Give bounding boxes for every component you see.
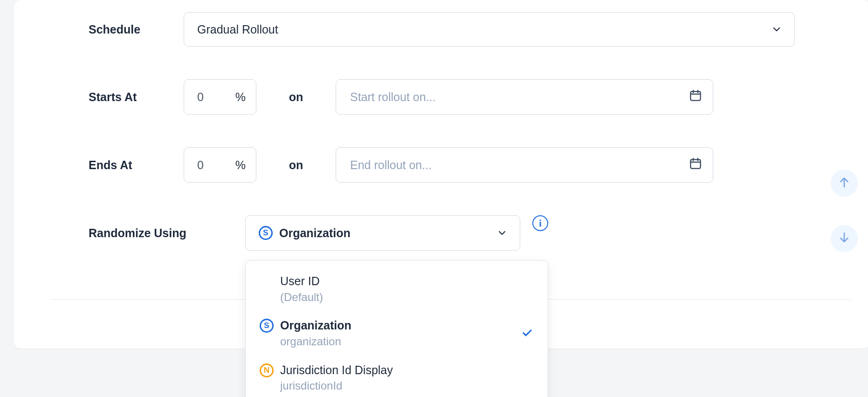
- percent-sign: %: [235, 90, 246, 104]
- dropdown-option-organization[interactable]: S Organization organization: [246, 311, 548, 356]
- dropdown-option-jurisdiction[interactable]: N Jurisdiction Id Display jurisdictionId: [246, 356, 548, 397]
- ends-at-row: Ends At 0 % on End rollout on...: [89, 147, 795, 183]
- percent-sign: %: [235, 158, 246, 172]
- dropdown-option-sub: organization: [280, 334, 521, 349]
- schedule-label: Schedule: [89, 23, 184, 36]
- ends-at-label: Ends At: [89, 158, 184, 172]
- randomize-select[interactable]: S Organization: [245, 215, 520, 251]
- schedule-select[interactable]: Gradual Rollout: [184, 12, 795, 47]
- chevron-down-icon: [771, 24, 782, 35]
- s-badge-icon: S: [260, 319, 274, 333]
- arrow-up-icon: [837, 175, 851, 191]
- randomize-row: Randomize Using S Organization i: [89, 215, 795, 251]
- starts-at-date-input[interactable]: Start rollout on...: [336, 79, 713, 115]
- dropdown-option-sub: jurisdictionId: [280, 378, 534, 394]
- svg-rect-0: [690, 91, 700, 100]
- form-container: Schedule Gradual Rollout Starts At 0 % o…: [14, 12, 868, 251]
- move-up-button[interactable]: [831, 170, 858, 197]
- dropdown-option-name: User ID: [280, 274, 534, 289]
- ends-at-on: on: [256, 158, 336, 172]
- randomize-dropdown: User ID (Default) S Organization organiz…: [245, 260, 548, 397]
- randomize-select-value: Organization: [279, 226, 351, 240]
- info-icon[interactable]: i: [532, 215, 548, 231]
- check-icon: [521, 326, 534, 341]
- randomize-label: Randomize Using: [89, 226, 245, 240]
- move-down-button[interactable]: [831, 225, 858, 252]
- schedule-row: Schedule Gradual Rollout: [89, 12, 795, 47]
- dropdown-option-user-id[interactable]: User ID (Default): [246, 267, 548, 311]
- settings-card: Schedule Gradual Rollout Starts At 0 % o…: [14, 0, 868, 349]
- arrow-down-icon: [837, 231, 851, 246]
- ends-at-value: 0: [197, 158, 204, 172]
- starts-at-label: Starts At: [89, 90, 184, 104]
- starts-at-row: Starts At 0 % on Start rollout on...: [89, 79, 795, 115]
- ends-at-percent-input[interactable]: 0 %: [184, 147, 256, 183]
- ends-at-date-input[interactable]: End rollout on...: [336, 147, 713, 183]
- chevron-down-icon: [496, 227, 508, 239]
- calendar-icon: [689, 89, 703, 105]
- dropdown-option-sub: (Default): [280, 289, 534, 305]
- starts-at-date-placeholder: Start rollout on...: [350, 90, 435, 104]
- calendar-icon: [689, 157, 703, 173]
- n-badge-icon: N: [260, 363, 274, 377]
- dropdown-option-name: Jurisdiction Id Display: [280, 363, 534, 378]
- s-badge-icon: S: [259, 226, 273, 240]
- starts-at-on: on: [256, 90, 336, 104]
- starts-at-percent-input[interactable]: 0 %: [184, 79, 256, 115]
- schedule-select-value: Gradual Rollout: [197, 23, 278, 36]
- ends-at-date-placeholder: End rollout on...: [350, 158, 432, 172]
- dropdown-option-name: Organization: [280, 318, 521, 334]
- svg-rect-1: [690, 159, 700, 168]
- starts-at-value: 0: [197, 90, 204, 104]
